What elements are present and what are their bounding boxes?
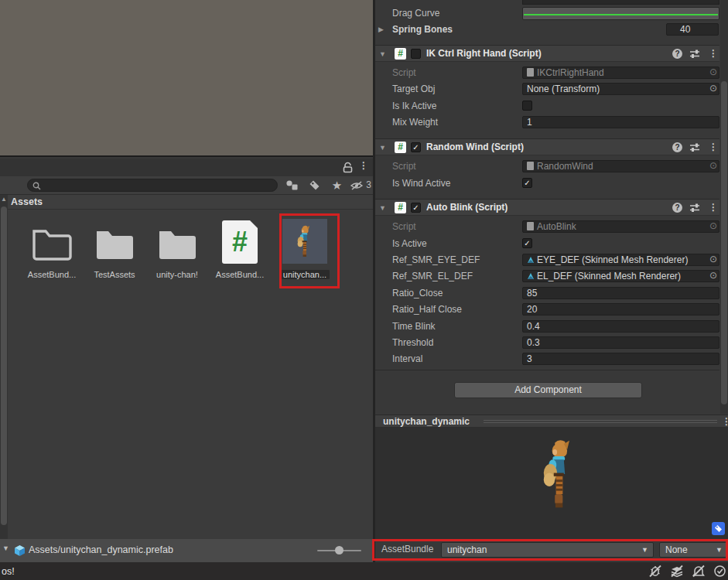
script-field[interactable]: AutoBlink ⊙ xyxy=(522,220,719,233)
scroll-up-icon[interactable]: ▲ xyxy=(0,196,8,203)
add-component-button[interactable]: Add Component xyxy=(454,382,642,398)
folder-icon[interactable] xyxy=(156,227,199,261)
component-enabled-checkbox[interactable] xyxy=(411,49,421,59)
folder-open-icon[interactable] xyxy=(31,227,73,261)
script-asset-icon xyxy=(527,162,534,170)
project-menu-kebab-icon[interactable]: ⋮ xyxy=(359,160,368,171)
field-label: Time Blink xyxy=(392,320,436,333)
number-field[interactable]: 85 xyxy=(522,287,719,299)
object-picker-icon[interactable]: ⊙ xyxy=(709,270,717,281)
field-label: Threshold xyxy=(392,336,433,350)
skinned-mesh-renderer-icon xyxy=(527,272,535,280)
component-title: IK Ctrl Right Hand (Script) xyxy=(426,46,542,62)
component-menu-kebab-icon[interactable]: ⋮ xyxy=(709,200,718,216)
favorites-star-icon[interactable]: ★ xyxy=(326,177,347,193)
object-picker-icon[interactable]: ⊙ xyxy=(709,83,717,94)
mute-messages-icon[interactable] xyxy=(692,565,707,578)
search-input[interactable] xyxy=(27,179,278,192)
number-field[interactable]: 1 xyxy=(522,116,719,128)
number-field[interactable]: 0.4 xyxy=(522,320,719,333)
foldout-open-icon[interactable]: ▼ xyxy=(379,140,386,155)
number-field[interactable]: 0.3 xyxy=(522,336,719,349)
zoom-slider-handle[interactable] xyxy=(335,546,343,554)
preview-menu-kebab-icon[interactable]: ⋮ xyxy=(722,416,728,427)
help-icon[interactable]: ? xyxy=(672,49,682,59)
search-by-type-button[interactable] xyxy=(282,177,302,193)
project-asset-grid: AssetBund... TestAssets unity-chan! # As… xyxy=(0,210,373,539)
asset-label[interactable]: TestAssets xyxy=(80,270,149,279)
scrollbar-thumb[interactable] xyxy=(1,206,7,525)
object-field[interactable]: None (Transform) ⊙ xyxy=(522,83,719,95)
lock-icon[interactable] xyxy=(343,162,353,173)
component-title: Auto Blink (Script) xyxy=(426,200,508,216)
drag-handle xyxy=(484,420,717,421)
component-header-ik-ctrl[interactable]: ▼ # IK Ctrl Right Hand (Script) ? ⋮ xyxy=(375,45,719,62)
checkbox[interactable] xyxy=(522,101,532,111)
project-footer-bar: ▼ Assets/unitychan_dynamic.prefab xyxy=(0,539,373,562)
csharp-script-icon: # xyxy=(395,202,406,213)
folder-icon[interactable] xyxy=(94,227,136,261)
number-field[interactable]: 3 xyxy=(522,353,719,365)
csharp-script-icon[interactable]: # xyxy=(222,220,258,264)
checkbox[interactable]: ✓ xyxy=(522,178,532,188)
hash-glyph: # xyxy=(232,226,248,258)
foldout-open-icon[interactable]: ▼ xyxy=(379,46,386,62)
hidden-packages-toggle[interactable]: 3 xyxy=(347,177,374,193)
scroll-down-icon[interactable]: ▼ xyxy=(2,544,9,552)
component-enabled-checkbox[interactable]: ✓ xyxy=(411,142,421,152)
component-enabled-checkbox[interactable]: ✓ xyxy=(411,203,421,213)
object-field[interactable]: EL_DEF (Skinned Mesh Renderer) ⊙ xyxy=(522,270,719,282)
project-tab-bar: ⋮ xyxy=(0,159,373,176)
search-by-label-button[interactable] xyxy=(304,177,325,193)
component-menu-kebab-icon[interactable]: ⋮ xyxy=(709,139,718,155)
inspector-vertical-scrollbar[interactable] xyxy=(720,0,728,414)
asset-label[interactable]: AssetBund... xyxy=(206,270,274,279)
field-label[interactable]: Spring Bones xyxy=(392,23,453,36)
project-vertical-scrollbar[interactable]: ▲ xyxy=(0,195,8,539)
component-header-auto-blink[interactable]: ▼ # ✓ Auto Blink (Script) ? ⋮ xyxy=(375,199,719,216)
script-asset-icon xyxy=(527,222,534,230)
annotation-highlight-prefab xyxy=(279,213,340,288)
field-label: Is Wind Active xyxy=(392,177,450,190)
field-label: Target Obj xyxy=(392,83,435,96)
breadcrumb[interactable]: Assets xyxy=(11,196,43,207)
field-label: Interval xyxy=(392,353,422,366)
checkbox[interactable]: ✓ xyxy=(522,238,532,248)
assetbundle-tag-button[interactable] xyxy=(712,522,725,535)
mute-errors-icon[interactable] xyxy=(648,565,664,578)
object-field[interactable]: EYE_DEF (Skinned Mesh Renderer) ⊙ xyxy=(522,254,719,266)
presets-icon[interactable] xyxy=(689,142,700,152)
component-menu-kebab-icon[interactable]: ⋮ xyxy=(709,46,718,62)
preview-header[interactable]: unitychan_dynamic xyxy=(375,415,728,428)
progress-check-icon[interactable] xyxy=(713,565,728,578)
presets-icon[interactable] xyxy=(689,203,700,213)
presets-icon[interactable] xyxy=(689,49,700,59)
number-field[interactable]: 20 xyxy=(522,303,719,316)
script-field[interactable]: IKCtrlRightHand ⊙ xyxy=(522,67,719,79)
object-picker-icon[interactable]: ⊙ xyxy=(709,160,717,171)
field-label: Script xyxy=(392,220,416,234)
scene-view[interactable] xyxy=(0,0,373,157)
foldout-closed-icon[interactable]: ▶ xyxy=(378,23,384,36)
object-picker-icon[interactable]: ⊙ xyxy=(709,254,717,264)
help-icon[interactable]: ? xyxy=(672,203,682,213)
curve-field[interactable] xyxy=(522,7,719,20)
script-asset-icon xyxy=(527,68,534,77)
asset-preview-area[interactable] xyxy=(375,428,728,539)
script-field[interactable]: RandomWind ⊙ xyxy=(522,160,719,172)
scrollbar-thumb[interactable] xyxy=(721,81,727,404)
foldout-open-icon[interactable]: ▼ xyxy=(379,200,386,216)
help-icon[interactable]: ? xyxy=(672,142,682,152)
object-picker-icon[interactable]: ⊙ xyxy=(709,220,717,231)
array-size-field[interactable]: 40 xyxy=(666,23,719,36)
tag-icon xyxy=(714,524,723,533)
object-picker-icon[interactable]: ⊙ xyxy=(709,67,717,77)
field-label: Drag Curve xyxy=(392,7,439,20)
component-header-random-wind[interactable]: ▼ # ✓ Random Wind (Script) ? ⋮ xyxy=(375,138,719,155)
drag-handle xyxy=(484,422,717,423)
mute-warnings-icon[interactable] xyxy=(670,565,685,578)
console-message[interactable]: os! xyxy=(2,566,15,577)
partial-field[interactable] xyxy=(522,0,719,5)
asset-label[interactable]: unity-chan! xyxy=(143,270,211,279)
asset-label[interactable]: AssetBund... xyxy=(18,270,86,279)
